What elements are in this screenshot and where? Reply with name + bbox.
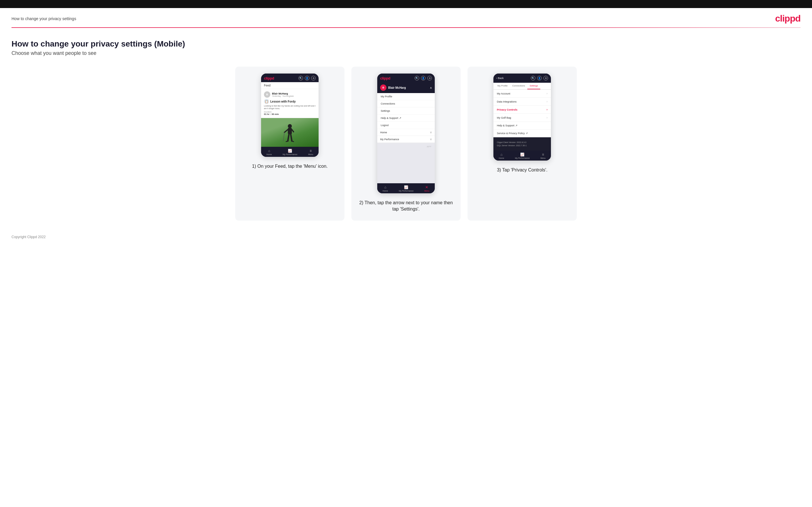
home-label-2: Home [383, 190, 388, 192]
feed-post: B Blair McHarg Yesterday · Sunningdale 📋… [261, 89, 318, 118]
settings-icon[interactable]: ⚙ [311, 76, 316, 80]
menu-item-help[interactable]: Help & Support ↗ [377, 115, 435, 122]
golf-bag-label: My Golf Bag [497, 116, 511, 119]
phone-2: clippd 🔍 👤 ⚙ B Blair McHarg ∧ [377, 73, 435, 193]
phone-logo-2: clippd [380, 76, 390, 80]
lesson-desc: Looking to feel like my hands are exitin… [264, 105, 316, 110]
page-subheading: Choose what you want people to see [11, 50, 801, 56]
home-label: Home [266, 153, 272, 155]
tab-settings[interactable]: Settings [527, 83, 540, 89]
settings-item-service[interactable]: Service & Privacy Policy ↗ [494, 129, 551, 137]
bottom-home-2[interactable]: ⌂ Home [383, 185, 388, 192]
duration-val: 01 hr : 30 min [264, 113, 316, 115]
home-label-3: Home [499, 157, 504, 159]
bottom-performance[interactable]: 📈 My Performance [283, 149, 297, 155]
user-icon-3[interactable]: 👤 [537, 76, 542, 80]
chevron-right-icon-4: › [547, 116, 548, 119]
settings-item-integrations[interactable]: Data Integrations › [494, 98, 551, 106]
settings-item-help[interactable]: Help & Support ↗ [494, 122, 551, 129]
settings-icon-2[interactable]: ⚙ [427, 76, 432, 80]
menu-icon: ≡ [310, 149, 312, 153]
tab-my-profile[interactable]: My Profile [495, 83, 510, 89]
menu-section-home-label: Home [380, 131, 387, 134]
settings-icon-3[interactable]: ⚙ [544, 76, 548, 80]
tab-connections[interactable]: Connections [510, 83, 527, 89]
svg-line-5 [291, 134, 292, 141]
menu-label-3: Menu [541, 157, 546, 159]
post-author: Blair McHarg [272, 92, 294, 95]
golf-image [261, 118, 318, 147]
lesson-icon: 📋 [264, 99, 269, 104]
search-icon-2[interactable]: 🔍 [415, 76, 419, 80]
step-3-caption: 3) Tap 'Privacy Controls'. [497, 167, 548, 173]
settings-item-golf-bag[interactable]: My Golf Bag › [494, 114, 551, 122]
menu-user-row[interactable]: B Blair McHarg ∧ [377, 82, 435, 93]
integrations-label: Data Integrations [497, 100, 517, 103]
bottom-performance-2[interactable]: 📈 My Performance [399, 185, 413, 192]
phone-nav-2: clippd 🔍 👤 ⚙ [377, 73, 435, 82]
step-card-2: clippd 🔍 👤 ⚙ B Blair McHarg ∧ [351, 67, 461, 221]
svg-rect-1 [288, 128, 292, 134]
menu-section-performance[interactable]: My Performance ∨ [377, 136, 435, 143]
bottom-menu-2[interactable]: ✕ Menu [424, 185, 429, 192]
performance-label: My Performance [283, 153, 297, 155]
chevron-right-icon: › [547, 92, 548, 95]
user-icon-2[interactable]: 👤 [421, 76, 425, 80]
phone-nav-icons-3: 🔍 👤 ⚙ [531, 76, 548, 80]
chevron-up-icon: ∧ [430, 86, 432, 89]
blurred-content: APP [377, 143, 435, 150]
back-button[interactable]: ‹ Back [496, 77, 504, 79]
bottom-menu-3[interactable]: ≡ Menu [541, 153, 546, 159]
svg-line-2 [285, 129, 288, 132]
top-bar [0, 0, 812, 8]
performance-icon-2: 📈 [404, 185, 408, 189]
logo: clippd [775, 13, 801, 24]
menu-item-logout[interactable]: Logout [377, 122, 435, 129]
menu-username: B Blair McHarg [380, 84, 406, 91]
menu-section-home[interactable]: Home ∨ [377, 129, 435, 136]
header: How to change your privacy settings clip… [0, 8, 812, 27]
phone-nav-1: clippd 🔍 👤 ⚙ [261, 73, 318, 82]
chevron-right-icon-3: › [547, 108, 548, 111]
bottom-home-3[interactable]: ⌂ Home [499, 153, 504, 159]
bottom-home[interactable]: ⌂ Home [266, 149, 272, 155]
main-content: How to change your privacy settings (Mob… [0, 28, 812, 229]
menu-icon-3: ≡ [542, 153, 544, 157]
home-icon: ⌂ [268, 149, 270, 153]
svg-line-4 [288, 134, 289, 141]
performance-label-3: My Performance [515, 157, 529, 159]
svg-line-3 [292, 129, 294, 132]
chevron-down-icon: ∨ [430, 131, 432, 134]
settings-item-privacy[interactable]: Privacy Controls › [494, 106, 551, 114]
menu-item-profile[interactable]: My Profile [377, 93, 435, 100]
phone-bottom-bar-1: ⌂ Home 📈 My Performance ≡ Menu [261, 147, 318, 157]
help-label: Help & Support ↗ [497, 124, 517, 127]
page-heading: How to change your privacy settings (Mob… [11, 39, 801, 49]
svg-line-7 [292, 141, 294, 142]
lesson-title: 📋 Lesson with Fordy [264, 99, 316, 104]
phone-3: ‹ Back 🔍 👤 ⚙ My Profile Connections Sett… [494, 73, 551, 161]
version-client: Clippd Client Version: 2022.8.3-3 [497, 141, 548, 144]
menu-item-settings[interactable]: Settings [377, 107, 435, 115]
menu-item-connections[interactable]: Connections [377, 100, 435, 107]
blurred-background: APP [377, 143, 435, 183]
performance-icon-3: 📈 [520, 153, 524, 157]
phone-1: clippd 🔍 👤 ⚙ Feed B Blair M [261, 73, 318, 157]
bottom-menu[interactable]: ≡ Menu [308, 149, 313, 155]
bottom-performance-3[interactable]: 📈 My Performance [515, 153, 529, 159]
menu-section-perf-label: My Performance [380, 138, 399, 141]
menu-label-2: Menu [424, 190, 429, 192]
duration-label: Duration [264, 111, 316, 113]
breadcrumb: How to change your privacy settings [11, 16, 76, 21]
menu-avatar: B [380, 84, 387, 91]
phone-nav-icons-2: 🔍 👤 ⚙ [415, 76, 432, 80]
footer: Copyright Clippd 2022 [0, 229, 812, 245]
user-icon[interactable]: 👤 [305, 76, 309, 80]
settings-item-account[interactable]: My Account › [494, 90, 551, 98]
performance-label-2: My Performance [399, 190, 413, 192]
svg-line-6 [286, 141, 288, 142]
phone-logo-1: clippd [264, 76, 274, 80]
search-icon[interactable]: 🔍 [299, 76, 303, 80]
search-icon-3[interactable]: 🔍 [531, 76, 536, 80]
settings-tabs: My Profile Connections Settings [494, 83, 551, 90]
